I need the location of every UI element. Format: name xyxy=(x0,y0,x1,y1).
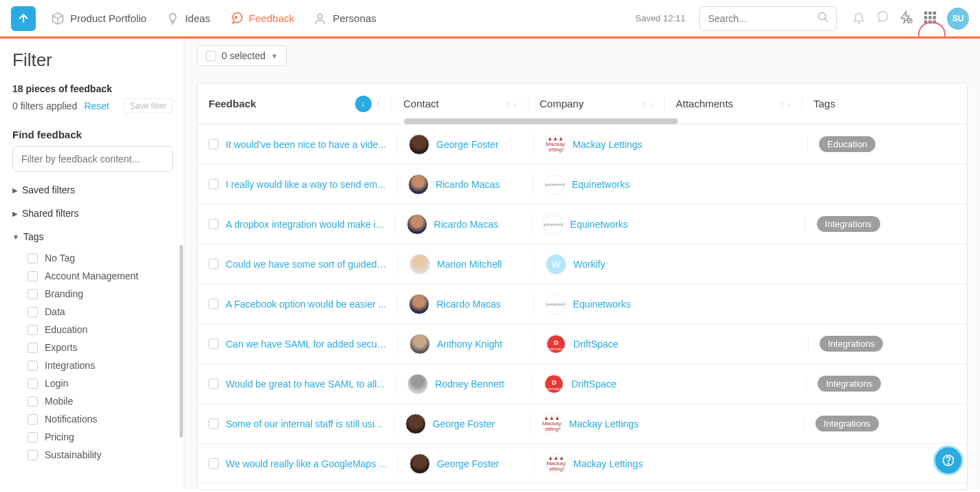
checkbox[interactable] xyxy=(28,396,38,407)
sort-desc-icon[interactable]: ↓ xyxy=(650,100,654,108)
contact-link[interactable]: Ricardo Macas xyxy=(434,219,498,230)
row-checkbox[interactable] xyxy=(209,339,219,349)
row-checkbox[interactable] xyxy=(209,259,219,269)
contact-link[interactable]: George Foster xyxy=(433,418,495,429)
select-all-checkbox[interactable] xyxy=(206,51,216,61)
tag-filter-data[interactable]: Data xyxy=(12,303,173,321)
company-link[interactable]: DriftSpace xyxy=(573,339,618,350)
lightning-plus-icon[interactable] xyxy=(899,10,913,26)
tag-filter-pricing[interactable]: Pricing xyxy=(12,428,173,446)
tag-filter-login[interactable]: Login xyxy=(12,374,173,392)
chat-icon[interactable] xyxy=(875,10,889,26)
tag-filter-notifications[interactable]: Notifications xyxy=(12,410,173,428)
contact-link[interactable]: George Foster xyxy=(436,139,498,150)
feedback-link[interactable]: Some of our internal staff is still usi.… xyxy=(226,418,383,429)
selection-dropdown[interactable]: 0 selected ▼ xyxy=(197,45,287,66)
sort-desc-icon[interactable]: ↓ xyxy=(355,96,372,112)
checkbox[interactable] xyxy=(28,450,38,460)
company-link[interactable]: DriftSpace xyxy=(571,378,616,389)
nav-personas[interactable]: Personas xyxy=(303,6,385,31)
sort-desc-icon[interactable]: ↓ xyxy=(513,100,518,108)
contact-link[interactable]: George Foster xyxy=(437,458,499,469)
help-button[interactable] xyxy=(933,445,963,475)
feedback-link[interactable]: We would really like a GoogleMaps ... xyxy=(226,458,387,469)
save-filter-button[interactable]: Save filter xyxy=(124,98,173,114)
shared-filters-toggle[interactable]: ▶Shared filters xyxy=(12,208,173,219)
feedback-link[interactable]: It would've been nice to have a vide... xyxy=(226,139,386,150)
col-company[interactable]: Company xyxy=(540,98,584,109)
nav-feedback[interactable]: Feedback xyxy=(220,6,304,31)
col-attachments[interactable]: Attachments xyxy=(676,98,733,109)
sidebar-scrollbar[interactable] xyxy=(180,245,183,438)
feedback-link[interactable]: Could we have some sort of guided ... xyxy=(226,259,387,270)
row-checkbox[interactable] xyxy=(209,299,219,309)
checkbox[interactable] xyxy=(28,253,38,264)
search-box[interactable] xyxy=(699,6,837,31)
user-avatar[interactable]: SU xyxy=(947,8,969,30)
horizontal-scrollbar[interactable] xyxy=(404,118,678,124)
sort-asc-icon[interactable]: ↑ xyxy=(507,100,511,108)
apps-grid-icon[interactable] xyxy=(922,10,937,27)
checkbox[interactable] xyxy=(28,271,38,281)
contact-link[interactable]: Anthony Knight xyxy=(437,339,502,350)
tag-filter-education[interactable]: Education xyxy=(12,321,173,339)
row-checkbox[interactable] xyxy=(209,418,219,429)
col-feedback[interactable]: Feedback xyxy=(209,98,256,109)
row-checkbox[interactable] xyxy=(209,139,219,149)
feedback-link[interactable]: A dropbox integration would make i... xyxy=(226,219,384,230)
checkbox[interactable] xyxy=(28,414,38,425)
feedback-link[interactable]: Would be great to have SAML to all... xyxy=(226,378,385,389)
checkbox[interactable] xyxy=(28,361,38,371)
tag-pill[interactable]: Integrations xyxy=(818,376,881,392)
tag-filter-mobile[interactable]: Mobile xyxy=(12,392,173,410)
contact-link[interactable]: Ricardo Macas xyxy=(436,299,500,310)
bell-icon[interactable] xyxy=(852,10,866,26)
checkbox[interactable] xyxy=(28,378,38,389)
tag-filter-sustainability[interactable]: Sustainability xyxy=(12,446,173,464)
sort-asc-icon[interactable]: ↑ xyxy=(376,98,381,109)
sort-asc-icon[interactable]: ↑ xyxy=(643,100,647,108)
feedback-link[interactable]: Can we have SAML for added securi... xyxy=(226,339,387,350)
reset-link[interactable]: Reset xyxy=(84,100,109,111)
app-logo[interactable] xyxy=(11,6,36,31)
tags-toggle[interactable]: ▼Tags xyxy=(12,231,173,242)
company-link[interactable]: Mackay Lettings xyxy=(569,418,639,429)
nav-ideas[interactable]: Ideas xyxy=(156,6,220,31)
row-checkbox[interactable] xyxy=(209,179,219,189)
tag-filter-branding[interactable]: Branding xyxy=(12,285,173,303)
col-tags[interactable]: Tags xyxy=(813,98,835,109)
feedback-link[interactable]: A Facebook option would be easier ... xyxy=(226,299,386,310)
checkbox[interactable] xyxy=(28,307,38,317)
feedback-link[interactable]: I really would like a way to send em... xyxy=(226,179,385,190)
company-link[interactable]: Workify xyxy=(573,259,605,270)
company-link[interactable]: Equinetworks xyxy=(572,179,630,190)
tag-filter-integrations[interactable]: Integrations xyxy=(12,356,173,374)
company-link[interactable]: Equinetworks xyxy=(571,219,628,230)
col-contact[interactable]: Contact xyxy=(403,98,439,109)
company-link[interactable]: Mackay Lettings xyxy=(573,458,643,469)
tag-pill[interactable]: Integrations xyxy=(816,416,879,431)
sort-asc-icon[interactable]: ↑ xyxy=(780,100,785,108)
contact-link[interactable]: Rodney Bennett xyxy=(435,378,504,389)
company-link[interactable]: Mackay Lettings xyxy=(573,139,642,150)
tag-filter-account-management[interactable]: Account Management xyxy=(12,267,173,285)
row-checkbox[interactable] xyxy=(209,378,219,389)
checkbox[interactable] xyxy=(28,289,38,299)
contact-link[interactable]: Ricardo Macas xyxy=(436,179,500,190)
search-icon[interactable] xyxy=(817,11,829,25)
company-link[interactable]: Equinetworks xyxy=(573,299,630,310)
filter-content-input[interactable] xyxy=(12,146,173,172)
nav-product-portfolio[interactable]: Product Portfolio xyxy=(41,6,156,31)
checkbox[interactable] xyxy=(28,325,38,335)
saved-filters-toggle[interactable]: ▶Saved filters xyxy=(12,184,173,195)
checkbox[interactable] xyxy=(28,343,38,353)
tag-filter-no-tag[interactable]: No Tag xyxy=(12,249,173,267)
row-checkbox[interactable] xyxy=(209,458,219,469)
tag-pill[interactable]: Integrations xyxy=(817,216,880,232)
tag-pill[interactable]: Education xyxy=(819,136,875,152)
tag-filter-exports[interactable]: Exports xyxy=(12,339,173,356)
checkbox[interactable] xyxy=(28,432,38,442)
sort-desc-icon[interactable]: ↓ xyxy=(787,100,791,108)
tag-pill[interactable]: Integrations xyxy=(820,336,883,352)
contact-link[interactable]: Marion Mitchell xyxy=(437,259,502,270)
